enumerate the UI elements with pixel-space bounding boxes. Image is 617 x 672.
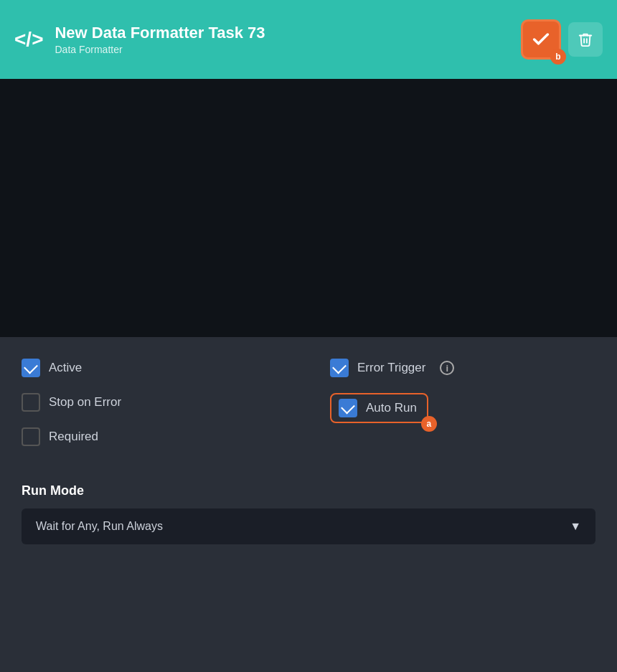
required-wrapper[interactable]: Required	[22, 427, 98, 446]
options-left: Active Stop on Error Required	[22, 359, 308, 462]
bottom-spacer	[0, 566, 617, 672]
options-grid: Active Stop on Error Required	[22, 359, 595, 462]
auto-run-row: Auto Run a	[330, 393, 595, 423]
page-title: New Data Formatter Task 73	[55, 24, 521, 42]
delete-button[interactable]	[568, 22, 603, 57]
error-trigger-wrapper[interactable]: Error Trigger	[330, 359, 425, 377]
error-trigger-label: Error Trigger	[357, 361, 425, 375]
run-mode-section: Run Mode Wait for Any, Run Always ▼	[0, 462, 617, 566]
required-checkbox[interactable]	[22, 427, 40, 446]
run-mode-label: Run Mode	[22, 483, 595, 498]
active-checkbox[interactable]	[22, 359, 40, 377]
options-panel: Active Stop on Error Required	[0, 337, 617, 462]
stop-on-error-label: Stop on Error	[49, 395, 121, 410]
error-trigger-info-icon[interactable]: i	[440, 361, 454, 375]
auto-run-label: Auto Run	[366, 401, 417, 415]
code-icon: </>	[14, 28, 43, 51]
error-trigger-checkbox[interactable]	[330, 359, 349, 377]
badge-a: a	[421, 416, 437, 432]
active-checkbox-wrapper[interactable]: Active	[22, 359, 82, 377]
header: </> New Data Formatter Task 73 Data Form…	[0, 0, 617, 79]
header-subtitle: Data Formatter	[55, 44, 521, 55]
badge-b: b	[550, 49, 566, 65]
active-label: Active	[49, 361, 82, 375]
required-label: Required	[49, 430, 98, 444]
run-mode-select[interactable]: Wait for Any, Run Always ▼	[22, 508, 595, 544]
save-button[interactable]: b	[521, 19, 561, 60]
header-text: New Data Formatter Task 73 Data Formatte…	[55, 24, 521, 55]
required-row: Required	[22, 427, 287, 446]
stop-on-error-wrapper[interactable]: Stop on Error	[22, 393, 121, 412]
auto-run-checkbox[interactable]	[339, 399, 357, 417]
stop-on-error-checkbox[interactable]	[22, 393, 40, 412]
run-mode-selected-value: Wait for Any, Run Always	[36, 520, 163, 533]
active-row: Active	[22, 359, 287, 377]
error-trigger-row: Error Trigger i	[330, 359, 595, 377]
editor-area	[0, 79, 617, 337]
auto-run-wrapper[interactable]: Auto Run a	[330, 393, 428, 423]
chevron-down-icon: ▼	[570, 520, 581, 533]
options-right: Error Trigger i Auto Run a	[308, 359, 595, 462]
header-actions: b	[521, 19, 603, 60]
stop-on-error-row: Stop on Error	[22, 393, 287, 412]
